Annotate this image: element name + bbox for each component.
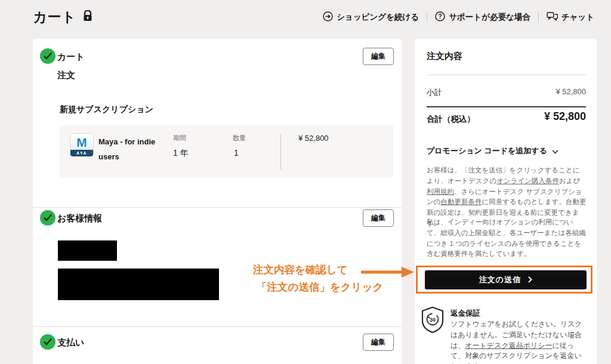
terms-text: および: [559, 177, 580, 184]
lock-icon: [83, 9, 92, 25]
section-divider: [33, 326, 402, 327]
return-policy-link[interactable]: オートデスク返品ポリシー: [465, 341, 552, 350]
auto-renewal-link[interactable]: 自動更新条件: [441, 198, 482, 205]
subtotal-label: 小計: [427, 87, 442, 98]
continue-shopping-label: ショッピングを続ける: [337, 12, 419, 23]
total-label: 合計（税込）: [427, 114, 475, 125]
quantity-value: 1: [234, 148, 239, 158]
arrow-circle-icon: [323, 11, 333, 23]
total-value: ¥ 52,800: [544, 110, 586, 123]
svg-text:?: ?: [439, 13, 442, 20]
annotation-line1: 注文内容を確認して: [253, 263, 348, 277]
redacted-customer-address: [58, 269, 219, 300]
cart-edit-button[interactable]: 編集: [363, 48, 394, 65]
order-summary-card: 注文内容 小計 ¥ 52,800 合計（税込） ¥ 52,800 プロモーション…: [415, 39, 597, 364]
svg-text:30: 30: [430, 317, 436, 323]
product-price: ¥ 52,800: [298, 134, 329, 143]
customer-step-complete-icon: [40, 210, 55, 226]
submit-order-button[interactable]: 注文の送信: [425, 270, 587, 289]
header-links: ショッピングを続ける ? サポートが必要な場合 チャット: [323, 11, 594, 23]
cart-page: カート ショッピングを続ける ? サポートが必要な場合 チャット: [0, 0, 611, 364]
maya-icon-letter: M: [70, 134, 93, 150]
promo-code-toggle[interactable]: プロモーション コードを追加する: [427, 146, 558, 156]
term-value: 1 年: [173, 148, 189, 159]
refund-guarantee-title: 返金保証: [450, 309, 480, 319]
money-back-badge-icon: 30: [420, 306, 445, 336]
continue-shopping-link[interactable]: ショッピングを続ける: [323, 11, 419, 23]
header-separator: [427, 13, 427, 23]
chevron-right-icon: [528, 276, 532, 285]
maya-product-icon: M AYA: [70, 133, 94, 157]
terms-of-use-link[interactable]: 利用規約: [427, 188, 454, 195]
product-name: Maya - for indie users: [98, 134, 163, 165]
price-separator: [280, 134, 281, 169]
payment-step-title: 支払い: [57, 337, 84, 348]
support-label: サポートが必要な場合: [449, 12, 530, 23]
summary-divider-dark: [427, 106, 586, 107]
chat-icon: [547, 12, 558, 23]
customer-step-title: お客様情報: [57, 213, 102, 224]
redacted-customer-name: [58, 240, 117, 261]
payment-step-complete-icon: [40, 334, 55, 350]
submit-order-label: 注文の送信: [479, 274, 521, 285]
annotation-line2: 「注文の送信」をクリック: [257, 280, 383, 294]
chat-label: チャット: [561, 12, 594, 23]
header-separator: [538, 13, 539, 23]
support-link[interactable]: ? サポートが必要な場合: [435, 11, 530, 23]
customer-edit-button[interactable]: 編集: [363, 209, 394, 227]
indie-eligibility-paragraph: 私は、インディー向けオプションの利用について、総収入の上限金額と、各ユーザーまた…: [427, 217, 587, 260]
product-row: M AYA Maya - for indie users 期間 1 年 数量 1…: [60, 125, 394, 177]
checkout-steps-card: カート 編集 注文 新規サブスクリプション M AYA Maya - for i…: [33, 39, 402, 364]
promo-code-label: プロモーション コードを追加する: [427, 146, 547, 156]
summary-divider-light: [427, 75, 586, 75]
annotation-arrow-icon: [360, 266, 415, 281]
quantity-label: 数量: [233, 134, 246, 143]
order-heading: 注文: [57, 70, 75, 81]
term-label: 期間: [173, 134, 186, 143]
subtotal-value: ¥ 52,800: [556, 87, 586, 96]
chevron-down-icon: [552, 147, 558, 156]
section-divider: [33, 207, 402, 208]
payment-edit-button[interactable]: 編集: [363, 334, 394, 351]
question-circle-icon: ?: [435, 11, 445, 23]
maya-icon-band: AYA: [70, 150, 93, 157]
chat-link[interactable]: チャット: [547, 12, 594, 23]
subscription-heading: 新規サブスクリプション: [60, 104, 153, 115]
purchase-terms-link[interactable]: オンライン購入条件: [496, 177, 559, 184]
summary-title: 注文内容: [427, 51, 462, 62]
refund-guarantee-text: ソフトウェアをお試しください。リスクはありません。ご満足いただけない場合は、オー…: [450, 319, 587, 364]
page-title: カート: [33, 8, 92, 26]
cart-step-title: カート: [57, 51, 85, 63]
page-title-text: カート: [33, 8, 76, 26]
cart-step-complete-icon: [40, 48, 55, 64]
